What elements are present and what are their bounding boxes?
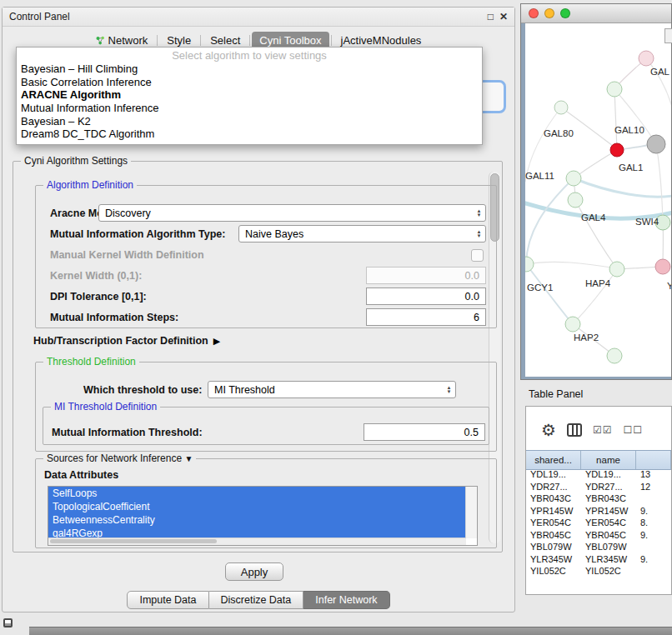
node-label: GAL10 <box>614 125 644 135</box>
scrollbar-thumb[interactable] <box>50 539 217 543</box>
table-row[interactable]: YBL079WYBL079W <box>526 541 671 553</box>
network-node[interactable] <box>566 171 581 186</box>
network-edge[interactable] <box>526 178 574 263</box>
close-icon[interactable]: ✕ <box>499 11 508 22</box>
table-row[interactable]: YPR145WYPR145W9. <box>526 505 671 518</box>
network-edge[interactable] <box>646 58 671 107</box>
columns-icon[interactable] <box>567 423 582 437</box>
network-node[interactable] <box>607 348 622 363</box>
table-cell: 8. <box>636 517 671 529</box>
float-window-icon[interactable]: □ <box>488 11 494 22</box>
table-row[interactable]: YIL052CYIL052C <box>526 565 671 578</box>
combo-arrows-icon <box>473 230 485 238</box>
tab-separator <box>157 35 158 46</box>
algorithm-option[interactable]: Bayesian – Hill Climbing <box>17 62 482 76</box>
network-icon <box>96 36 105 45</box>
algorithm-placeholder: Select algorithm to view settings <box>17 49 482 62</box>
attribute-list-item[interactable]: SelfLoops <box>48 487 466 500</box>
tab-infer-network[interactable]: Infer Network <box>303 591 389 609</box>
aracne-mode-select[interactable]: Discovery <box>98 204 486 222</box>
network-node[interactable] <box>525 257 534 272</box>
algorithm-definition-title: Algorithm Definition <box>43 179 137 191</box>
aracne-mode-value: Discovery <box>105 208 151 219</box>
list-horizontal-scrollbar[interactable] <box>48 538 466 545</box>
network-edge[interactable] <box>526 262 616 268</box>
close-traffic-light-icon[interactable] <box>529 8 539 18</box>
network-node[interactable] <box>647 135 665 153</box>
network-node[interactable] <box>639 51 654 66</box>
apply-button[interactable]: Apply <box>225 562 283 581</box>
algorithm-option[interactable]: Mutual Information Inference <box>17 102 482 115</box>
network-edge[interactable] <box>575 200 616 268</box>
mi-threshold-field[interactable]: 0.5 <box>364 423 485 441</box>
table-cell: YDL19... <box>526 468 581 481</box>
column-header[interactable]: shared... <box>526 451 581 469</box>
control-panel-window: Control Panel □ ✕ NetworkStyleSelectCyni… <box>2 7 515 612</box>
algorithm-option[interactable]: Bayesian – K2 <box>17 115 482 128</box>
canvas-scroll-corner[interactable] <box>664 28 672 43</box>
dpi-tolerance-field[interactable]: 0.0 <box>366 288 486 305</box>
kernel-width-field[interactable]: 0.0 <box>366 267 486 284</box>
algorithm-option[interactable]: ARACNE Algorithm <box>17 88 482 102</box>
hub-definition-toggle[interactable]: Hub/Transcription Factor Definition ▶ <box>33 335 220 347</box>
tab-impute-data[interactable]: Impute Data <box>127 591 208 609</box>
table-row[interactable]: YDL19...YDL19...13 <box>526 468 671 481</box>
list-vertical-scrollbar[interactable] <box>465 487 477 538</box>
table-cell: YIL052C <box>581 565 636 578</box>
table-row[interactable]: YER054CYER054C8. <box>526 517 671 529</box>
mi-threshold-title: MI Threshold Definition <box>51 401 160 412</box>
attribute-list-item[interactable]: BetweennessCentrality <box>48 513 466 527</box>
minimize-traffic-light-icon[interactable] <box>544 8 554 18</box>
table-cell: YDR27... <box>526 481 581 493</box>
network-node[interactable] <box>565 317 580 332</box>
table-cell: 9. <box>636 529 671 542</box>
mi-steps-field[interactable]: 6 <box>366 308 486 326</box>
algorithm-option[interactable]: Basic Correlation Inference <box>17 76 482 89</box>
network-edge[interactable] <box>526 264 572 323</box>
network-node[interactable] <box>655 259 670 274</box>
network-graph[interactable]: GALGAL80GAL10GAL1GAL11SWI4GAL4GCY1HAP4HA… <box>525 23 671 377</box>
table-row[interactable]: YBR045CYBR045C9. <box>526 529 671 542</box>
gear-icon[interactable]: ⚙ <box>541 421 556 439</box>
unchecked-boxes-icon[interactable]: ☐☐ <box>623 424 643 436</box>
threshold-definition-group: Threshold Definition Which threshold to … <box>35 362 497 452</box>
network-node[interactable] <box>554 101 568 114</box>
sources-title[interactable]: Sources for Network Inference ▼ <box>43 452 196 464</box>
column-header[interactable] <box>636 451 671 469</box>
node-label: HAP4 <box>585 278 611 288</box>
network-node[interactable] <box>609 262 624 277</box>
network-edge[interactable] <box>614 89 617 149</box>
control-panel-titlebar: Control Panel □ ✕ <box>3 8 514 27</box>
tab-label: Select <box>210 34 240 47</box>
data-attributes-label: Data Attributes <box>44 469 118 481</box>
network-edge[interactable] <box>656 144 663 222</box>
algorithm-options-list: Bayesian – Hill ClimbingBasic Correlatio… <box>17 62 482 141</box>
table-row[interactable]: YDR27...YDR27...12 <box>526 481 671 493</box>
which-threshold-select[interactable]: MI Threshold <box>208 381 456 398</box>
network-node[interactable] <box>607 82 622 97</box>
mi-type-select[interactable]: Naive Bayes <box>238 225 486 242</box>
tab-label: jActiveMNodules <box>341 34 422 47</box>
column-header[interactable]: name <box>581 451 636 469</box>
tab-discretize-data[interactable]: Discretize Data <box>209 591 304 609</box>
attribute-list-item[interactable]: TopologicalCoefficient <box>48 500 466 513</box>
network-edge[interactable] <box>574 178 671 197</box>
table-row[interactable]: YLR345WYLR345W9. <box>526 553 671 566</box>
combo-arrows-icon <box>443 386 455 394</box>
network-canvas[interactable]: GALGAL80GAL10GAL1GAL11SWI4GAL4GCY1HAP4HA… <box>525 23 671 377</box>
network-edge[interactable] <box>575 150 617 178</box>
checked-boxes-icon[interactable]: ☑☑ <box>593 424 613 436</box>
zoom-traffic-light-icon[interactable] <box>560 8 570 18</box>
manual-kernel-checkbox[interactable] <box>471 249 484 262</box>
table-cell: YER054C <box>581 517 636 529</box>
table-row[interactable]: YBR043CYBR043C <box>526 492 671 505</box>
panel-corner-icon[interactable] <box>3 618 13 628</box>
network-node[interactable] <box>610 143 624 157</box>
sources-title-text: Sources for Network Inference <box>47 452 182 464</box>
algorithm-option[interactable]: Dream8 DC_TDC Algorithm <box>17 128 482 141</box>
network-node[interactable] <box>568 192 583 208</box>
table-cell: YBR045C <box>526 529 581 542</box>
hub-definition-label: Hub/Transcription Factor Definition <box>33 335 208 347</box>
network-window-titlebar[interactable] <box>521 4 671 23</box>
data-attributes-list[interactable]: SelfLoopsTopologicalCoefficientBetweenne… <box>48 486 478 546</box>
